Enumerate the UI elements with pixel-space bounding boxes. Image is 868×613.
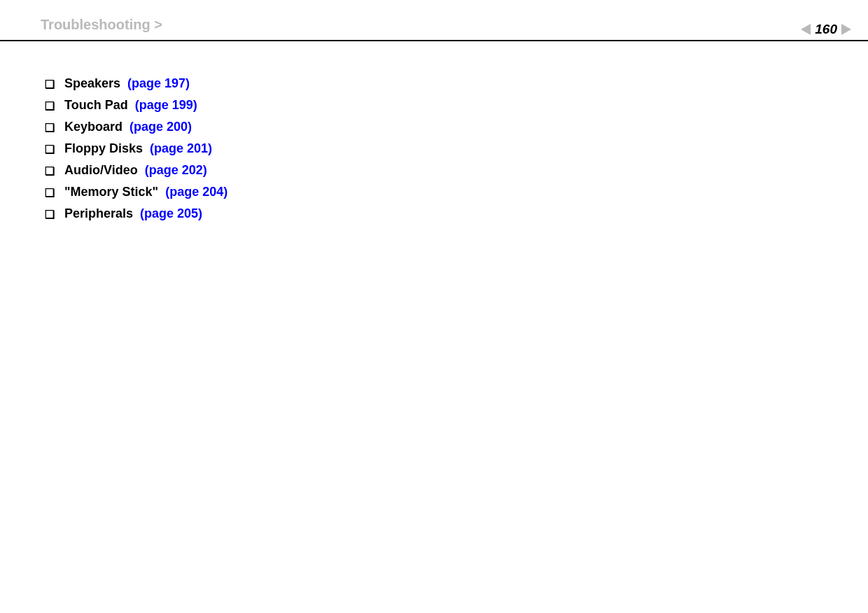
list-item: ❑ Peripherals (page 205) xyxy=(45,206,868,221)
page-number: 160 xyxy=(813,22,839,37)
item-label: Speakers xyxy=(64,76,120,90)
bullet-icon: ❑ xyxy=(45,99,55,113)
page-header: Troubleshooting > 160 xyxy=(0,0,868,41)
list-item: ❑ Audio/Video (page 202) xyxy=(45,163,868,178)
list-item: ❑ Touch Pad (page 199) xyxy=(45,98,868,113)
bullet-icon: ❑ xyxy=(45,164,55,178)
item-label: Floppy Disks xyxy=(64,141,143,155)
page-link[interactable]: (page 199) xyxy=(135,98,197,112)
next-page-icon[interactable] xyxy=(841,24,851,35)
item-label: Keyboard xyxy=(64,120,122,134)
breadcrumb: Troubleshooting > xyxy=(41,17,868,33)
bullet-icon: ❑ xyxy=(45,186,55,199)
page-link[interactable]: (page 202) xyxy=(145,163,207,177)
bullet-icon: ❑ xyxy=(45,143,55,156)
list-item: ❑ Keyboard (page 200) xyxy=(45,120,868,134)
item-label: Touch Pad xyxy=(64,98,128,112)
list-item: ❑ Speakers (page 197) xyxy=(45,76,868,91)
list-item: ❑ Floppy Disks (page 201) xyxy=(45,141,868,156)
page-link[interactable]: (page 205) xyxy=(140,206,202,220)
page-link[interactable]: (page 201) xyxy=(150,141,212,155)
bullet-icon: ❑ xyxy=(45,208,55,221)
item-label: Peripherals xyxy=(64,206,133,220)
item-label: Audio/Video xyxy=(64,163,138,177)
list-item: ❑ "Memory Stick" (page 204) xyxy=(45,185,868,199)
page-link[interactable]: (page 204) xyxy=(165,185,227,199)
page-link[interactable]: (page 200) xyxy=(130,120,192,134)
page-navigation: 160 xyxy=(801,22,851,37)
previous-page-icon[interactable] xyxy=(801,24,811,35)
content-area: ❑ Speakers (page 197) ❑ Touch Pad (page … xyxy=(0,41,868,221)
page-link[interactable]: (page 197) xyxy=(127,76,190,90)
item-label: "Memory Stick" xyxy=(64,185,158,199)
bullet-icon: ❑ xyxy=(45,121,55,134)
bullet-icon: ❑ xyxy=(45,78,55,91)
